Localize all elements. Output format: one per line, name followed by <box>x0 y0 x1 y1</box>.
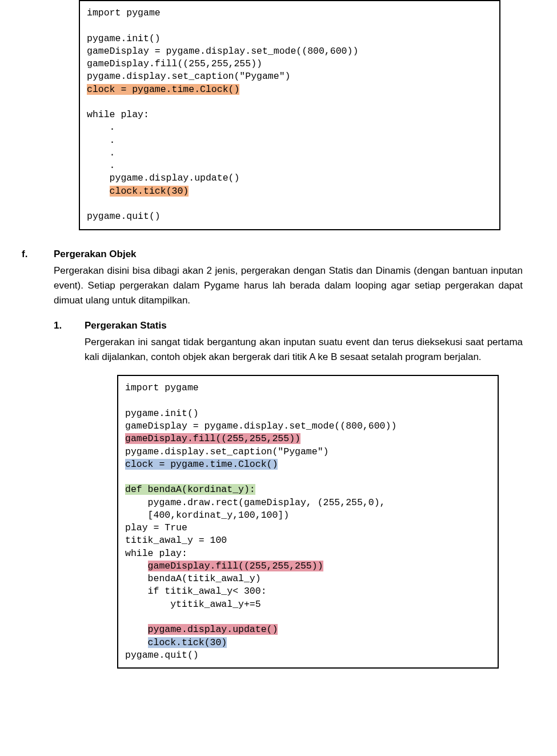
code-block-2: import pygame pygame.init() gameDisplay … <box>117 375 499 669</box>
code-line: pygame.quit() <box>87 211 161 222</box>
code-line: . <box>87 160 115 171</box>
code-line: [400,kordinat_y,100,100]) <box>125 510 289 521</box>
code-indent <box>87 186 110 197</box>
code-line: pygame.init() <box>87 33 161 44</box>
section-f: f. Pergerakan Objek Pergerakan disini bi… <box>22 249 523 365</box>
code-line-highlighted: gameDisplay.fill((255,255,255)) <box>125 433 300 444</box>
subsection-1: 1. Pergerakan Statis Pergerakan ini sang… <box>22 320 523 365</box>
code-line-highlighted: gameDisplay.fill((255,255,255)) <box>148 561 323 571</box>
code-line-highlighted: clock.tick(30) <box>148 637 227 648</box>
section-heading: f. Pergerakan Objek <box>22 249 523 260</box>
code-line: gameDisplay.fill((255,255,255)) <box>87 58 262 69</box>
code-line: while play: <box>125 548 187 559</box>
code-indent <box>125 624 148 635</box>
subsection-label: 1. <box>54 320 85 331</box>
code-line: pygame.draw.rect(gameDisplay, (255,255,0… <box>125 497 385 508</box>
code-line: pygame.quit() <box>125 650 199 661</box>
code-line-highlighted: def bendaA(kordinat_y): <box>125 484 255 495</box>
code-line: import pygame <box>87 7 161 18</box>
code-line: bendaA(titik_awal_y) <box>125 573 261 584</box>
code-block-1: import pygame pygame.init() gameDisplay … <box>79 0 500 230</box>
code-indent <box>125 561 148 571</box>
code-line-highlighted: clock.tick(30) <box>110 186 189 197</box>
code-line-highlighted: clock = pygame.time.Clock() <box>125 459 278 470</box>
code-line: pygame.display.set_caption("Pygame") <box>125 446 328 457</box>
code-line: . <box>87 135 115 146</box>
code-line: . <box>87 122 115 133</box>
section-title: Pergerakan Objek <box>54 249 137 260</box>
code-line: gameDisplay = pygame.display.set_mode((8… <box>125 421 396 431</box>
code-line: gameDisplay = pygame.display.set_mode((8… <box>87 46 358 57</box>
code-line: play = True <box>125 522 187 533</box>
subsection-paragraph: Pergerakan ini sangat tidak bergantung a… <box>85 335 523 365</box>
section-paragraph: Pergerakan disini bisa dibagi akan 2 jen… <box>54 263 523 309</box>
section-label: f. <box>22 249 54 260</box>
code-line: ytitik_awal_y+=5 <box>125 599 261 610</box>
code-line: pygame.display.update() <box>87 173 239 183</box>
code-line-highlighted: pygame.display.update() <box>148 624 278 635</box>
code-line-highlighted: clock = pygame.time.Clock() <box>87 84 239 95</box>
code-line: import pygame <box>125 382 199 393</box>
code-line: if titik_awal_y< 300: <box>125 586 267 597</box>
subsection-title: Pergerakan Statis <box>85 320 167 331</box>
code-indent <box>125 637 148 648</box>
code-line: pygame.init() <box>125 408 199 419</box>
code-line: titik_awal_y = 100 <box>125 535 227 546</box>
subsection-heading: 1. Pergerakan Statis <box>54 320 523 331</box>
code-line: pygame.display.set_caption("Pygame") <box>87 71 290 82</box>
code-line: while play: <box>87 109 149 120</box>
code-line: . <box>87 147 115 158</box>
